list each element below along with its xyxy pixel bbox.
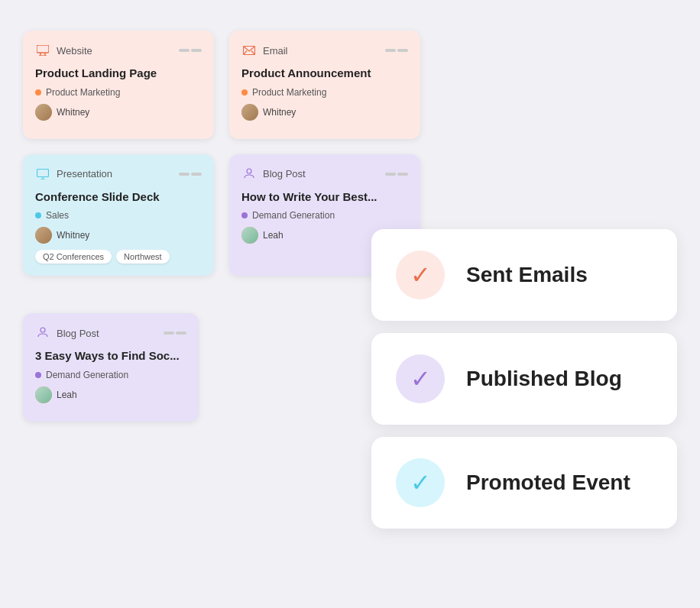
user-name: Leah — [263, 230, 284, 241]
avatar — [241, 227, 258, 244]
svg-line-5 — [244, 51, 248, 55]
cards-area: Website Product Landing Page Product Mar… — [23, 31, 405, 276]
card-header: Email — [241, 43, 408, 58]
card-header: Website — [35, 43, 202, 58]
tag-dot — [35, 89, 41, 95]
tag-text: Product Marketing — [46, 87, 120, 98]
tag-text: Demand Generation — [46, 370, 128, 380]
card-title: Product Announcement — [241, 66, 408, 81]
card-menu-dots — [385, 49, 408, 52]
website-icon — [35, 43, 50, 58]
checkmark-icon: ✓ — [410, 471, 431, 495]
card-type-label: Blog Post — [263, 168, 379, 179]
card-type-label: Presentation — [57, 168, 173, 179]
card-tag: Demand Generation — [35, 370, 186, 380]
tag-dot — [241, 89, 248, 95]
presentation-card[interactable]: Presentation Conference Slide Deck Sales… — [23, 154, 214, 277]
tag-dot — [35, 372, 41, 378]
avatar — [35, 227, 52, 244]
checkmark-icon: ✓ — [410, 263, 431, 287]
card-title: Conference Slide Deck — [35, 189, 202, 205]
notification-label: Sent Emails — [466, 263, 588, 287]
presentation-icon — [35, 167, 50, 182]
user-name: Whitney — [57, 230, 89, 241]
notification-label: Published Blog — [466, 367, 622, 391]
published-blog-panel: ✓ Published Blog — [371, 333, 677, 425]
checkmark-icon: ✓ — [410, 367, 431, 391]
blog-bottom-card[interactable]: Blog Post 3 Easy Ways to Find Soc... Dem… — [23, 313, 199, 422]
card-user: Whitney — [241, 104, 408, 121]
avatar — [241, 104, 258, 121]
check-circle-cyan: ✓ — [396, 458, 445, 507]
tag-text: Demand Generation — [252, 210, 335, 221]
svg-line-6 — [251, 51, 255, 55]
badge-q2: Q2 Conferences — [35, 250, 112, 264]
card-type-label: Website — [57, 45, 173, 57]
badge-northwest: Northwest — [116, 250, 170, 264]
tag-text: Product Marketing — [252, 87, 326, 98]
card-header: Presentation — [35, 167, 202, 182]
tag-dot — [35, 212, 41, 218]
card-user: Whitney — [35, 227, 202, 244]
email-icon — [241, 43, 257, 58]
card-title: Product Landing Page — [35, 66, 202, 81]
user-name: Whitney — [263, 107, 296, 118]
card-title: How to Write Your Best... — [241, 189, 408, 205]
sent-emails-panel: ✓ Sent Emails — [371, 229, 677, 321]
card-user: Whitney — [35, 104, 202, 121]
email-card[interactable]: Email Product Announcement Product Marke… — [229, 31, 420, 139]
card-menu-dots — [164, 331, 186, 335]
user-name: Leah — [57, 390, 77, 400]
card-tag: Demand Generation — [241, 210, 408, 221]
check-circle-red: ✓ — [396, 251, 445, 299]
svg-rect-0 — [37, 45, 49, 53]
card-badges: Q2 Conferences Northwest — [35, 250, 202, 264]
promoted-event-panel: ✓ Promoted Event — [371, 437, 677, 529]
canvas: Website Product Landing Page Product Mar… — [0, 0, 700, 608]
card-type-label: Email — [263, 45, 379, 57]
card-header: Blog Post — [241, 167, 408, 182]
user-name: Whitney — [57, 107, 89, 118]
svg-point-11 — [41, 328, 45, 332]
card-type-label: Blog Post — [57, 328, 157, 339]
card-menu-dots — [179, 173, 202, 176]
svg-rect-7 — [37, 169, 49, 176]
blog-icon — [35, 325, 50, 341]
tag-dot — [241, 212, 248, 218]
avatar — [35, 104, 52, 121]
card-menu-dots — [385, 173, 408, 176]
notifications-area: ✓ Sent Emails ✓ Published Blog ✓ Promote… — [371, 229, 677, 529]
notification-label: Promoted Event — [466, 471, 630, 495]
card-user: Leah — [35, 386, 186, 403]
card-header: Blog Post — [35, 325, 186, 341]
avatar — [35, 386, 52, 403]
card-menu-dots — [179, 49, 202, 52]
card-tag: Sales — [35, 210, 202, 221]
website-card[interactable]: Website Product Landing Page Product Mar… — [23, 31, 214, 139]
card-title: 3 Easy Ways to Find Soc... — [35, 348, 186, 364]
card-tag: Product Marketing — [241, 87, 408, 98]
blog-icon — [241, 167, 257, 182]
check-circle-purple: ✓ — [396, 354, 445, 403]
card-tag: Product Marketing — [35, 87, 202, 98]
svg-point-10 — [247, 169, 251, 173]
tag-text: Sales — [46, 210, 69, 221]
